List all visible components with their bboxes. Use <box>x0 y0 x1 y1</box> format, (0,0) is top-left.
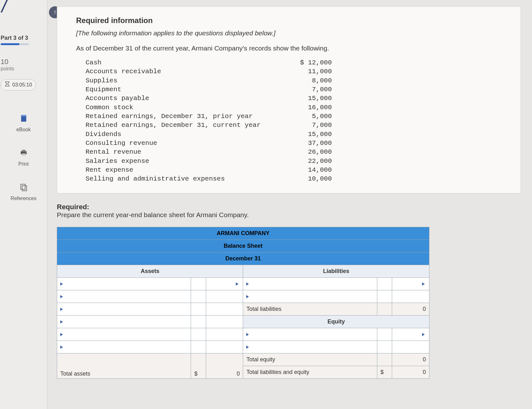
total-liab-equity-label: Total liabilities and equity <box>243 366 377 378</box>
record-value: 15,000 <box>288 130 332 139</box>
equity-currency-1[interactable] <box>377 328 392 341</box>
total-liabilities-label: Total liabilities <box>243 303 377 315</box>
sheet-title-company: ARMANI COMPANY <box>57 227 429 240</box>
record-row: Accounts payable15,000 <box>86 94 511 103</box>
record-label: Accounts receivable <box>86 67 288 76</box>
total-assets-currency: $ <box>191 353 206 378</box>
asset-currency-5[interactable] <box>191 328 206 341</box>
dropdown-icon <box>60 308 63 311</box>
sheet-title-type: Balance Sheet <box>57 240 429 252</box>
record-value: $ 12,000 <box>288 58 332 67</box>
total-liab-equity-value: 0 <box>392 366 429 378</box>
dropdown-icon <box>422 282 425 286</box>
sheet-title-date: December 31 <box>57 252 429 265</box>
record-row: Cash$ 12,000 <box>86 58 511 67</box>
asset-account-3[interactable] <box>57 303 191 315</box>
asset-currency-6[interactable] <box>191 341 206 353</box>
record-label: Salaries expense <box>86 157 288 166</box>
record-label: Retained earnings, December 31, current … <box>86 121 288 130</box>
records-table: Cash$ 12,000Accounts receivable11,000Sup… <box>86 58 511 184</box>
record-label: Rental revenue <box>86 148 288 157</box>
asset-currency-1[interactable] <box>191 277 206 290</box>
record-row: Rent expense14,000 <box>86 166 511 175</box>
total-liab-equity-currency: $ <box>377 366 392 378</box>
book-icon <box>0 114 47 125</box>
equity-amount-1[interactable] <box>392 328 429 341</box>
record-row: Supplies8,000 <box>86 76 511 85</box>
liab-amount-2[interactable] <box>392 290 429 303</box>
liab-amount-1[interactable] <box>392 277 429 290</box>
dropdown-icon <box>60 295 63 298</box>
record-label: Rent expense <box>86 166 288 175</box>
record-value: 14,000 <box>288 166 332 175</box>
record-value: 10,000 <box>288 175 332 183</box>
sidebar: / Part 3 of 3 10 points 03:05:10 eBook P… <box>0 0 47 409</box>
dropdown-icon <box>246 295 249 298</box>
info-box: Required information [The following info… <box>57 6 521 193</box>
asset-amount-6[interactable] <box>206 341 243 353</box>
record-value: 5,000 <box>288 112 332 121</box>
asset-account-4[interactable] <box>57 315 191 328</box>
info-subhead: [The following information applies to th… <box>76 29 511 37</box>
record-label: Supplies <box>86 76 288 85</box>
record-value: 37,000 <box>288 139 332 148</box>
printer-icon <box>0 148 47 159</box>
asset-amount-3[interactable] <box>206 303 243 315</box>
references-label: References <box>11 196 37 201</box>
equity-currency-2[interactable] <box>377 341 392 353</box>
asset-account-5[interactable] <box>57 328 191 341</box>
required-block: Required: Prepare the current year-end b… <box>57 203 521 219</box>
total-liab-currency <box>377 303 392 315</box>
total-equity-currency <box>377 353 392 366</box>
record-label: Consulting revenue <box>86 139 288 148</box>
asset-account-6[interactable] <box>57 341 191 353</box>
asset-account-2[interactable] <box>57 290 191 303</box>
record-label: Equipment <box>86 85 288 94</box>
record-value: 8,000 <box>288 76 332 85</box>
print-label: Print <box>18 161 29 167</box>
slash-decor: / <box>2 0 7 16</box>
record-row: Salaries expense22,000 <box>86 157 511 166</box>
asset-amount-2[interactable] <box>206 290 243 303</box>
asset-amount-4[interactable] <box>206 315 243 328</box>
liab-currency-2[interactable] <box>377 290 392 303</box>
equity-amount-2[interactable] <box>392 341 429 353</box>
dropdown-icon <box>246 282 249 286</box>
dropdown-icon <box>246 346 249 349</box>
record-label: Common stock <box>86 103 288 112</box>
equity-account-1[interactable] <box>243 328 377 341</box>
required-info-title: Required information <box>76 16 511 25</box>
references-tool[interactable]: References <box>0 183 47 201</box>
asset-currency-2[interactable] <box>191 290 206 303</box>
ebook-tool[interactable]: eBook <box>0 114 47 133</box>
points-number: 10 <box>1 58 47 66</box>
copy-icon <box>0 183 47 194</box>
record-label: Selling and administrative expenses <box>86 175 288 183</box>
record-label: Cash <box>86 58 288 67</box>
part-label: Part 3 of 3 <box>0 35 47 41</box>
record-row: Dividends15,000 <box>86 130 511 139</box>
record-row: Accounts receivable11,000 <box>86 67 511 76</box>
total-equity-label: Total equity <box>243 353 377 366</box>
dropdown-icon <box>236 282 238 286</box>
asset-currency-3[interactable] <box>191 303 206 315</box>
required-heading: Required: <box>57 203 89 211</box>
liab-currency-1[interactable] <box>377 277 392 290</box>
record-value: 7,000 <box>288 85 332 94</box>
svg-rect-6 <box>21 184 25 189</box>
record-label: Accounts payable <box>86 94 288 103</box>
total-liabilities-value: 0 <box>392 303 429 315</box>
equity-account-2[interactable] <box>243 341 377 353</box>
liabilities-header: Liabilities <box>243 265 429 277</box>
asset-amount-1[interactable] <box>206 277 243 290</box>
ebook-label: eBook <box>16 127 31 132</box>
liab-account-1[interactable] <box>243 277 377 290</box>
print-tool[interactable]: Print <box>0 148 47 167</box>
dropdown-icon <box>60 320 63 323</box>
asset-account-1[interactable] <box>57 277 191 290</box>
liab-account-2[interactable] <box>243 290 377 303</box>
total-equity-value: 0 <box>392 353 429 366</box>
asset-currency-4[interactable] <box>191 315 206 328</box>
record-row: Equipment7,000 <box>86 85 511 94</box>
asset-amount-5[interactable] <box>206 328 243 341</box>
